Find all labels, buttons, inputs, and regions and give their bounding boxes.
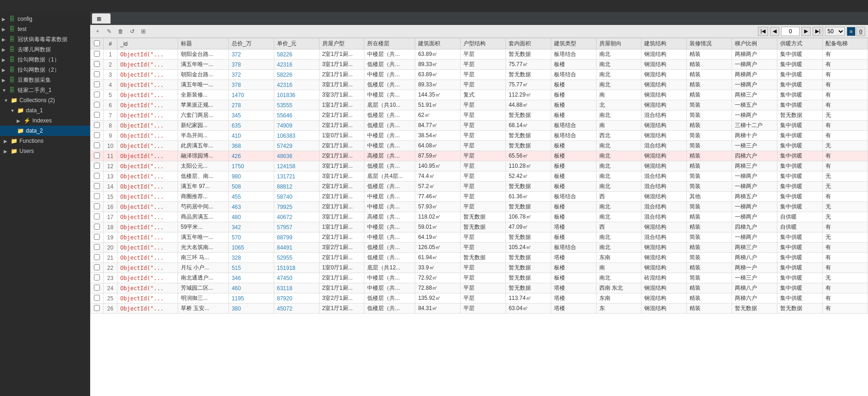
row-checkbox[interactable] [91,192,104,202]
select-all-checkbox[interactable] [94,40,100,46]
table-row[interactable]: 10ObjectId("...此房满五年...368574292室1厅1厨...… [91,141,868,151]
row-checkbox[interactable] [91,273,104,283]
btn-next-page[interactable]: ▶ [801,27,811,36]
table-row[interactable]: 2ObjectId("...满五年唯一...378423163室1厅1厨...低… [91,60,868,70]
sidebar-item-covid[interactable]: ▶ 🗄 冠状病毒毒霉素数据 [0,34,90,44]
table-row[interactable]: 16ObjectId("...芍药居中间...463799252室1厅1厨...… [91,202,868,212]
cell-建筑类型: 板楼 [551,232,596,243]
th-建筑面积[interactable]: 建筑面积 [415,38,461,49]
page-number-input[interactable] [781,27,800,36]
row-checkbox[interactable] [91,110,104,121]
table-row[interactable]: 7ObjectId("...六套门两居...345556462室1厅1厨...低… [91,110,868,121]
row-checkbox[interactable] [91,283,104,293]
table-row[interactable]: 15ObjectId("...商圈推荐...455587402室1厅1厨...中… [91,192,868,202]
sidebar-item-lianjia[interactable]: ▼ 🗄 链家二手房_1 [0,85,90,95]
table-row[interactable]: 6ObjectId("...苹果派正规...278535551室1厅1厨...底… [91,100,868,110]
th-供暖方式[interactable]: 供暖方式 [777,38,823,49]
th-梯户比例[interactable]: 梯户比例 [732,38,777,49]
row-checkbox[interactable] [91,80,104,90]
sidebar-item-functions[interactable]: ▶ 📁 Functions [0,136,90,146]
row-checkbox[interactable] [91,90,104,100]
th-checkbox[interactable] [91,38,104,49]
row-checkbox[interactable] [91,70,104,80]
th-总价_万[interactable]: 总价_万 [228,38,274,49]
row-checkbox[interactable] [91,222,104,232]
row-checkbox[interactable] [91,161,104,171]
row-checkbox[interactable] [91,253,104,263]
table-row[interactable]: 24ObjectId("...芳城园二区...460631182室1厅1厨...… [91,283,868,293]
sidebar-item-data_2[interactable]: 📁 data_2 [0,126,90,136]
table-row[interactable]: 3ObjectId("...朝阳金台路...372582262室1厅1厨...中… [91,70,868,80]
sidebar-item-users[interactable]: ▶ 📁 Users [0,146,90,156]
page-size-select[interactable]: 50 100 200 [825,27,845,36]
sidebar-item-qugo[interactable]: ▶ 🗄 去哪儿网数据 [0,44,90,55]
table-row[interactable]: 19ObjectId("...满五年唯一...570887992室1厅1厨...… [91,232,868,243]
tab-data2[interactable]: ▦ [92,13,111,24]
table-row[interactable]: 11ObjectId("...融泽璟园博...426486362室1厅1厨...… [91,151,868,161]
th-所在楼层[interactable]: 所在楼层 [364,38,415,49]
row-checkbox[interactable] [91,131,104,141]
th-标题[interactable]: 标题 [178,38,228,49]
cell-标题: 朝阳金台路... [178,70,228,80]
btn-delete[interactable]: 🗑 [116,27,125,36]
table-row[interactable]: 22ObjectId("...月坛 小户...5151519181室0厅1厨..… [91,263,868,273]
table-row[interactable]: 18ObjectId("...59平米...342579571室1厅1厨...中… [91,222,868,232]
sidebar-item-lagou2[interactable]: ▶ 🗄 拉勾网数据（2） [0,65,90,75]
th-_id[interactable]: _id [117,38,178,49]
th-房屋户型[interactable]: 房屋户型 [319,38,364,49]
table-row[interactable]: 20ObjectId("...光大名筑南...1065844913室2厅1厨..… [91,243,868,253]
table-row[interactable]: 4ObjectId("...满五年唯一...378423163室1厅1厨...低… [91,80,868,90]
btn-add[interactable]: ＋ [93,26,102,36]
row-checkbox[interactable] [91,232,104,243]
row-checkbox[interactable] [91,121,104,131]
btn-edit[interactable]: ✎ [105,27,113,36]
th-建筑结构[interactable]: 建筑结构 [641,38,687,49]
row-checkbox[interactable] [91,151,104,161]
row-checkbox[interactable] [91,182,104,192]
btn-first-page[interactable]: |◀ [758,27,769,36]
row-checkbox[interactable] [91,212,104,222]
sidebar-item-config[interactable]: ▶ 🗄 config [0,14,90,24]
table-row[interactable]: 8ObjectId("...新纪家园...635749092室1厅1厨...低楼… [91,121,868,131]
btn-refresh[interactable]: ↺ [128,27,136,36]
sidebar-item-lagou1[interactable]: ▶ 🗄 拉勾网数据（1） [0,55,90,65]
row-checkbox[interactable] [91,293,104,304]
row-checkbox[interactable] [91,263,104,273]
table-row[interactable]: 1ObjectId("...朝阳金台路...372582262室1厅1厨...中… [91,49,868,60]
btn-last-page[interactable]: ▶| [813,27,823,36]
table-row[interactable]: 26ObjectId("...草桥 玉安...380450722室1厅1厨...… [91,304,868,314]
row-checkbox[interactable] [91,202,104,212]
th-单价_元[interactable]: 单价_元 [274,38,319,49]
th-套内面积[interactable]: 套内面积 [505,38,551,49]
row-checkbox[interactable] [91,49,104,60]
row-checkbox[interactable] [91,171,104,182]
btn-tree-view[interactable]: {} [856,27,865,36]
table-row[interactable]: 12ObjectId("...太阳公元...17501241583室1厅1厨..… [91,161,868,171]
sidebar-item-data_1[interactable]: ▼ 📁 data_1 [0,105,90,116]
table-row[interactable]: 9ObjectId("...半岛开间...4101063831室0厅1厨...中… [91,131,868,141]
table-row[interactable]: 14ObjectId("...满五年 97...508888122室1厅1厨..… [91,182,868,192]
row-checkbox[interactable] [91,304,104,314]
row-checkbox[interactable] [91,141,104,151]
table-row[interactable]: 25ObjectId("...明润御三...1195879203室2厅1厨...… [91,293,868,304]
table-row[interactable]: 17ObjectId("...商品房满五...480406723室1厅1厨...… [91,212,868,222]
btn-prev-page[interactable]: ◀ [770,27,779,36]
btn-filter[interactable]: ⊞ [139,27,148,36]
th-配备电梯[interactable]: 配备电梯 [822,38,868,49]
th-装修情况[interactable]: 装修情况 [687,38,732,49]
th-建筑类型[interactable]: 建筑类型 [551,38,596,49]
th-房屋朝向[interactable]: 房屋朝向 [596,38,641,49]
row-checkbox[interactable] [91,243,104,253]
sidebar-item-test[interactable]: ▶ 🗄 test [0,24,90,34]
th-户型结构[interactable]: 户型结构 [461,38,506,49]
sidebar-item-collections[interactable]: ▼ 📁 Collections (2) [0,95,90,105]
table-row[interactable]: 21ObjectId("...南三环 马...328529552室1厅1厨...… [91,253,868,263]
row-checkbox[interactable] [91,100,104,110]
table-row[interactable]: 23ObjectId("...南北通透户...346474502室1厅1厨...… [91,273,868,283]
table-row[interactable]: 13ObjectId("...低楼层、南...9801317213室1厅1厨..… [91,171,868,182]
table-row[interactable]: 5ObjectId("...全新装修...14701018363室3厅1厨...… [91,90,868,100]
row-checkbox[interactable] [91,60,104,70]
btn-table-view[interactable]: ≡ [847,27,855,36]
sidebar-item-indexes[interactable]: ▶ ⚡ Indexes [0,116,90,126]
sidebar-item-douban[interactable]: ▶ 🗄 豆瓣数据采集 [0,75,90,85]
